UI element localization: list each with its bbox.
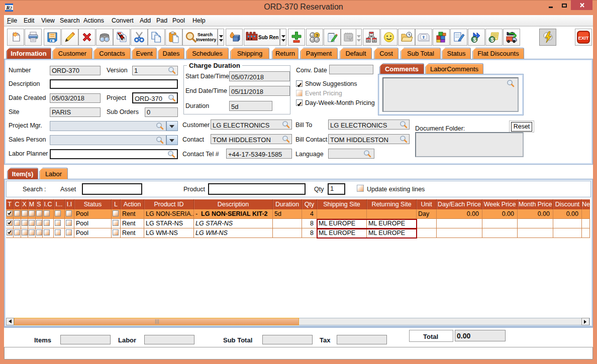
svg-text:$: $ <box>491 37 494 43</box>
svg-text:$: $ <box>473 37 476 43</box>
svg-text:Sub Rent: Sub Rent <box>258 35 278 40</box>
svg-text:12: 12 <box>346 35 351 40</box>
svg-text:Search: Search <box>197 32 213 37</box>
svg-text:EXIT: EXIT <box>578 35 588 41</box>
svg-text:Inventory: Inventory <box>196 37 216 42</box>
